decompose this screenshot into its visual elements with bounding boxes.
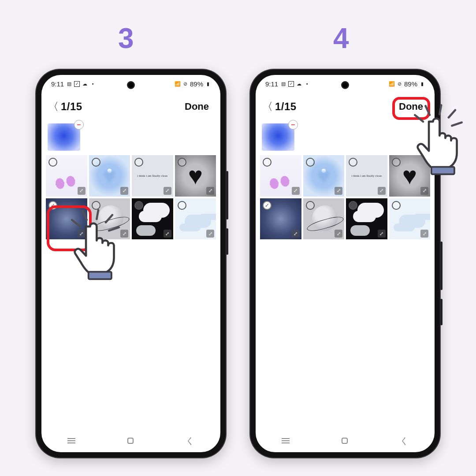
image-icon: ▧ xyxy=(66,81,72,87)
checkmark-icon[interactable] xyxy=(263,201,271,210)
remove-button[interactable]: – xyxy=(288,120,298,130)
remove-button[interactable]: – xyxy=(74,120,84,130)
app-header: 〈 1/15 Done xyxy=(41,93,220,121)
expand-icon[interactable]: ⤢ xyxy=(164,187,171,195)
select-circle-icon[interactable] xyxy=(306,158,315,167)
expand-icon[interactable]: ⤢ xyxy=(378,187,386,195)
expand-icon[interactable]: ⤢ xyxy=(206,230,214,238)
selected-thumbnail[interactable]: – xyxy=(48,123,80,151)
gallery-grid-right: ⤢⤢⤢⤢⤢⤢⤢⤢ xyxy=(256,152,435,242)
android-nav-bar: く xyxy=(256,429,435,452)
svg-line-10 xyxy=(452,123,461,126)
select-circle-icon[interactable] xyxy=(134,158,143,167)
back-button[interactable]: 〈 xyxy=(260,99,275,114)
no-sim-icon: ⊘ xyxy=(182,81,188,87)
select-circle-icon[interactable] xyxy=(349,158,357,167)
gallery-tile[interactable]: ⤢ xyxy=(132,198,173,240)
selected-thumbnails-row: – xyxy=(41,121,220,152)
svg-line-9 xyxy=(449,110,455,118)
select-circle-icon[interactable] xyxy=(48,158,57,167)
step-number-4: 4 xyxy=(333,22,349,55)
cloud-icon: ☁ xyxy=(296,81,302,87)
nav-recent-icon[interactable] xyxy=(282,440,290,441)
expand-icon[interactable]: ⤢ xyxy=(206,187,214,195)
phone-screen: 9:11 ▧ ☁ • 📶 ⊘ 89% ▮ 〈 1/15 Done – xyxy=(256,75,435,452)
nav-back-icon[interactable]: く xyxy=(400,435,409,447)
expand-icon[interactable]: ⤢ xyxy=(378,230,386,238)
expand-icon[interactable]: ⤢ xyxy=(292,187,300,195)
phone-mockup-left: 9:11 ▧ ☁ • 📶 ⊘ 89% ▮ 〈 1/15 Done – xyxy=(36,70,226,457)
select-circle-icon[interactable] xyxy=(392,158,401,167)
dot-icon: • xyxy=(304,81,310,87)
gallery-tile[interactable]: ⤢ xyxy=(389,155,431,197)
battery-text: 89% xyxy=(190,80,203,88)
gallery-tile[interactable]: ⤢ xyxy=(46,198,87,240)
select-circle-icon[interactable] xyxy=(178,201,186,210)
back-button[interactable]: 〈 xyxy=(46,99,61,114)
nav-recent-icon[interactable] xyxy=(67,440,75,441)
battery-icon: ▮ xyxy=(205,81,211,87)
nav-back-icon[interactable]: く xyxy=(186,435,194,447)
battery-icon: ▮ xyxy=(419,81,425,87)
app-header: 〈 1/15 Done xyxy=(256,93,435,121)
select-circle-icon[interactable] xyxy=(392,201,401,210)
gallery-tile[interactable]: ⤢ xyxy=(175,198,216,240)
android-nav-bar: く xyxy=(41,429,220,452)
phone-mockup-right: 9:11 ▧ ☁ • 📶 ⊘ 89% ▮ 〈 1/15 Done – xyxy=(250,70,440,457)
expand-icon[interactable]: ⤢ xyxy=(335,187,342,195)
status-time: 9:11 xyxy=(265,80,278,88)
gallery-tile[interactable]: ⤢ xyxy=(346,198,387,240)
expand-icon[interactable]: ⤢ xyxy=(420,187,428,195)
expand-icon[interactable]: ⤢ xyxy=(292,230,300,238)
image-icon: ▧ xyxy=(280,81,286,87)
cloud-icon: ☁ xyxy=(82,81,88,87)
expand-icon[interactable]: ⤢ xyxy=(120,187,128,195)
no-sim-icon: ⊘ xyxy=(397,81,402,87)
wifi-icon: 📶 xyxy=(175,81,181,87)
front-camera xyxy=(127,81,135,89)
checkbox-icon xyxy=(288,81,294,87)
checkbox-icon xyxy=(74,81,80,87)
checkmark-icon[interactable] xyxy=(48,201,57,210)
gallery-tile[interactable]: ⤢ xyxy=(89,155,130,197)
select-circle-icon[interactable] xyxy=(92,201,100,210)
expand-icon[interactable]: ⤢ xyxy=(120,230,128,238)
dot-icon: • xyxy=(90,81,96,87)
gallery-tile[interactable]: ⤢ xyxy=(303,198,345,240)
expand-icon[interactable]: ⤢ xyxy=(420,230,428,238)
status-time: 9:11 xyxy=(51,80,64,88)
gallery-tile[interactable]: ⤢ xyxy=(175,155,216,197)
select-circle-icon[interactable] xyxy=(134,201,143,210)
expand-icon[interactable]: ⤢ xyxy=(335,230,342,238)
selection-counter: 1/15 xyxy=(275,100,297,113)
selection-counter: 1/15 xyxy=(61,100,82,113)
expand-icon[interactable]: ⤢ xyxy=(164,230,171,238)
gallery-tile[interactable]: ⤢ xyxy=(260,198,301,240)
gallery-tile[interactable]: ⤢ xyxy=(46,155,87,197)
done-button[interactable]: Done xyxy=(395,99,427,114)
gallery-tile[interactable]: ⤢ xyxy=(260,155,301,197)
gallery-tile[interactable]: ⤢ xyxy=(132,155,173,197)
step-number-3: 3 xyxy=(118,22,134,55)
nav-home-icon[interactable] xyxy=(127,438,134,444)
expand-icon[interactable]: ⤢ xyxy=(78,187,86,195)
gallery-tile[interactable]: ⤢ xyxy=(389,198,431,240)
selected-thumbnail[interactable]: – xyxy=(262,123,294,151)
select-circle-icon[interactable] xyxy=(306,201,315,210)
wifi-icon: 📶 xyxy=(389,81,395,87)
select-circle-icon[interactable] xyxy=(349,201,357,210)
gallery-tile[interactable]: ⤢ xyxy=(346,155,387,197)
select-circle-icon[interactable] xyxy=(178,158,186,167)
nav-home-icon[interactable] xyxy=(342,438,348,444)
gallery-tile[interactable]: ⤢ xyxy=(303,155,345,197)
front-camera xyxy=(341,81,349,89)
battery-text: 89% xyxy=(404,80,417,88)
selected-thumbnails-row: – xyxy=(256,121,435,152)
done-button[interactable]: Done xyxy=(181,99,212,114)
gallery-grid-left: ⤢⤢⤢⤢⤢⤢⤢⤢ xyxy=(41,152,220,242)
gallery-tile[interactable]: ⤢ xyxy=(89,198,130,240)
phone-screen: 9:11 ▧ ☁ • 📶 ⊘ 89% ▮ 〈 1/15 Done – xyxy=(41,75,220,452)
select-circle-icon[interactable] xyxy=(92,158,100,167)
select-circle-icon[interactable] xyxy=(263,158,271,167)
expand-icon[interactable]: ⤢ xyxy=(78,230,86,238)
